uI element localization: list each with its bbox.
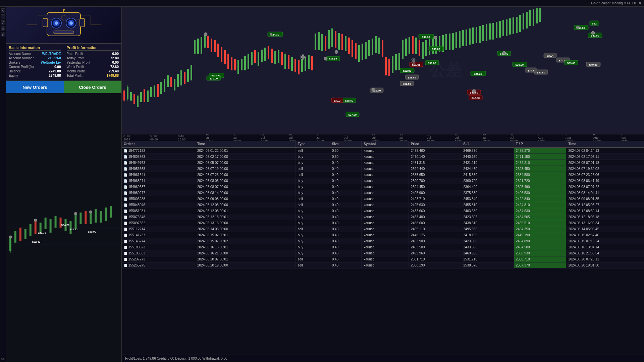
cell-type: sell — [296, 202, 330, 208]
info-label: Brokers — [9, 61, 20, 64]
svg-rect-129 — [271, 49, 273, 63]
profit-info-panel: Profit Information Pairs Profit0.00Today… — [64, 44, 122, 80]
svg-text:$31.80: $31.80 — [428, 62, 436, 65]
svg-rect-119 — [237, 60, 239, 74]
cell-open-time: 2024.08.20 07:00:01 — [195, 256, 296, 262]
cell-open-time: 2024.08.07 23:00:00 — [195, 172, 296, 178]
cell-size: 0.40 — [330, 226, 361, 232]
svg-rect-195 — [492, 23, 494, 40]
cell-type: sell — [296, 166, 330, 172]
cell-type: buy — [296, 190, 330, 196]
cell-price: 2425.630 — [409, 202, 461, 208]
svg-text:$28.50: $28.50 — [345, 99, 354, 102]
svg-rect-143 — [318, 32, 320, 50]
cell-symbol: xauusd — [362, 166, 409, 172]
svg-rect-122 — [248, 54, 249, 69]
cell-symbol: xauusd — [362, 184, 409, 190]
toolbar-cursor[interactable]: ↖ — [1, 8, 5, 13]
cell-price: 2448.175 — [409, 232, 461, 238]
cell-open-time: 2024.08.05 07:00:00 — [195, 160, 296, 166]
svg-rect-204 — [523, 13, 524, 29]
svg-rect-26 — [14, 231, 16, 243]
close-button[interactable]: ✕ — [639, 1, 641, 5]
toolbar-line[interactable]: ╱ — [1, 20, 5, 25]
cell-tp: 2395.490 — [514, 184, 566, 190]
cell-order: 📄 154849763 — [122, 160, 195, 166]
cell-order: 📄 154969637 — [122, 184, 195, 190]
cell-sl: 2424.450 — [461, 166, 514, 172]
cell-price: 2439.460 — [409, 147, 461, 154]
cell-symbol: xauusd — [362, 208, 409, 214]
svg-text:$23.70: $23.70 — [38, 231, 46, 234]
close-orders-button[interactable]: Close Orders — [64, 81, 121, 93]
info-value: WELTRADE — [42, 52, 61, 56]
cell-order: 📄 154956668 — [122, 166, 195, 172]
svg-point-53 — [74, 212, 77, 215]
table-row: 📄 155097352 2024.08.13 16:00:00 buy 0.40… — [122, 220, 644, 226]
table-area[interactable]: Order ↑ Time Type Size Symbol Price S / … — [122, 141, 644, 355]
svg-rect-134 — [288, 55, 289, 69]
svg-point-273 — [372, 88, 375, 92]
svg-rect-99 — [170, 77, 172, 87]
cell-sl: 2469.930 — [461, 250, 514, 256]
cell-price: 2468.600 — [409, 220, 461, 226]
cell-tp: 2500.710 — [514, 256, 566, 262]
svg-rect-190 — [476, 27, 477, 43]
cell-sl: 2421.210 — [461, 160, 514, 166]
time-label: 12 Jul 19:00 — [261, 134, 269, 141]
svg-rect-193 — [486, 24, 487, 41]
svg-rect-163 — [385, 57, 387, 75]
time-label: 5 Aug 03:00 — [566, 134, 573, 141]
cell-type: buy — [296, 244, 330, 250]
new-orders-button[interactable]: New Orders — [6, 81, 64, 93]
svg-point-52 — [34, 219, 37, 222]
cell-tp: 2434.630 — [514, 208, 566, 214]
title-label: Gold Scalper Trading MT4 1.0 — [591, 1, 636, 5]
cell-tp: 2424.810 — [514, 202, 566, 208]
cell-order: 📄 154772182 — [122, 147, 195, 154]
cell-price: 2423.710 — [409, 196, 461, 202]
cell-open-time: 2024.08.16 21:00:00 — [195, 250, 296, 256]
svg-rect-152 — [348, 38, 350, 54]
svg-rect-91 — [144, 89, 145, 102]
cell-tp: 2471.150 — [514, 154, 566, 160]
info-label: Month Profit — [67, 69, 85, 73]
svg-rect-11 — [54, 31, 74, 34]
status-left: Profit/Loss: 1 749.86 Credit: 0.00 Depos… — [125, 357, 227, 360]
cell-open-time: 2024.08.14 05:00:00 — [195, 226, 296, 232]
cell-close-time: 2024.08.20 19:01:30 — [566, 262, 644, 268]
col-price: Price — [409, 141, 461, 147]
cell-symbol: xauusd — [362, 154, 409, 160]
toolbar-crosshair[interactable]: + — [1, 14, 5, 19]
svg-point-275 — [434, 36, 437, 39]
cell-sl: 2438.510 — [461, 220, 514, 226]
cell-tp: 2449.190 — [514, 232, 566, 238]
time-label: 23 Jul 18:00 — [399, 134, 407, 141]
toolbar-move[interactable]: ✥ — [1, 33, 5, 37]
toolbar-zoom[interactable]: ⊕ — [1, 26, 5, 31]
col-size: Size — [330, 141, 361, 147]
cell-size: 0.40 — [330, 166, 361, 172]
svg-point-278 — [576, 26, 580, 29]
basic-info-row: Account Number2153260 — [9, 56, 61, 60]
cell-price: 2394.450 — [409, 184, 461, 190]
order-icon: 📄 — [124, 173, 127, 177]
cell-tp: 2406.530 — [514, 190, 566, 196]
svg-rect-133 — [284, 54, 286, 69]
cell-order: 📄 155051931 — [122, 208, 195, 214]
svg-text:$32.80: $32.80 — [537, 71, 545, 74]
col-symbol: Symbol — [362, 141, 409, 147]
cell-tp: 2454.890 — [514, 238, 566, 244]
table-row: 📄 154969637 2024.08.08 07:00:00 buy 0.40… — [122, 184, 644, 190]
cell-order: 📄 155196653 — [122, 250, 195, 256]
cell-tp: 2464.350 — [514, 226, 566, 232]
cell-tp: 2507.370 — [514, 262, 566, 268]
cell-size: 0.40 — [330, 238, 361, 244]
cell-open-time: 2024.08.12 18:00:01 — [195, 214, 296, 220]
cell-type: buy — [296, 184, 330, 190]
svg-rect-162 — [382, 40, 383, 57]
cell-close-time: 2024.08.07 23:26:06 — [566, 172, 644, 178]
svg-text:$16.20: $16.20 — [329, 58, 337, 61]
table-row: 📄 155145274 2024.08.15 07:00:02 buy 0.40… — [122, 238, 644, 244]
profit-info-row: Total Profit1749.88 — [67, 74, 119, 77]
